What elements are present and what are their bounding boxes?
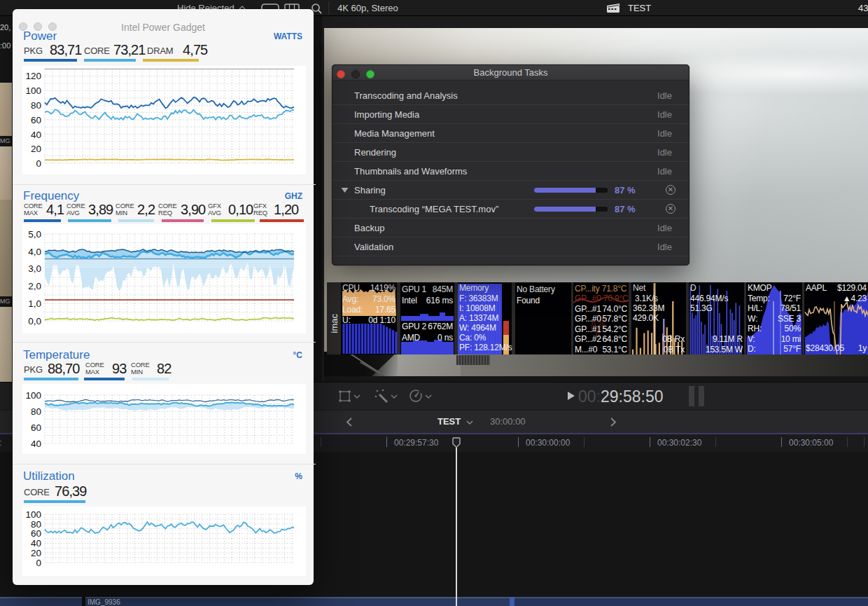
svg-text:100: 100 [25,85,41,96]
svg-text:0: 0 [36,558,41,568]
svg-text:3,0: 3,0 [28,263,41,274]
svg-text:40: 40 [31,538,41,549]
svg-text:0: 0 [36,158,41,169]
svg-text:120: 120 [25,71,41,81]
svg-text:20: 20 [31,548,41,558]
svg-text:20: 20 [31,144,41,154]
svg-text:2,0: 2,0 [28,281,41,291]
svg-text:80: 80 [31,406,41,417]
svg-text:60: 60 [31,528,41,539]
svg-text:100: 100 [25,509,41,520]
svg-text:0,0: 0,0 [28,316,41,326]
svg-text:4,0: 4,0 [28,247,41,257]
svg-text:60: 60 [31,115,41,125]
svg-text:5,0: 5,0 [28,229,41,240]
svg-text:80: 80 [31,100,41,111]
svg-text:60: 60 [31,422,41,433]
svg-text:40: 40 [31,439,41,449]
svg-text:100: 100 [25,390,41,401]
svg-text:1,0: 1,0 [28,298,41,309]
svg-text:40: 40 [31,130,41,140]
